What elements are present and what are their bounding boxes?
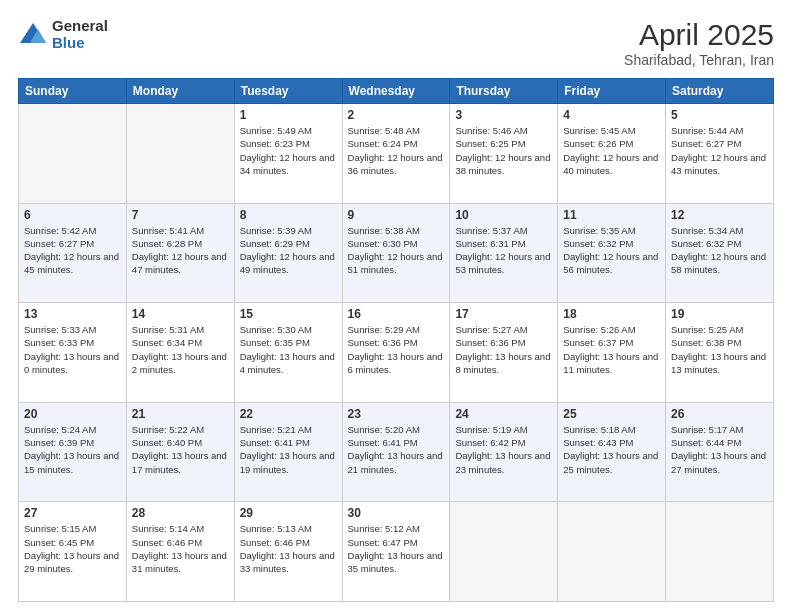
day-info: Sunrise: 5:12 AM Sunset: 6:47 PM Dayligh… bbox=[348, 522, 445, 575]
day-number: 1 bbox=[240, 108, 337, 122]
day-info: Sunrise: 5:30 AM Sunset: 6:35 PM Dayligh… bbox=[240, 323, 337, 376]
day-info: Sunrise: 5:25 AM Sunset: 6:38 PM Dayligh… bbox=[671, 323, 768, 376]
calendar-title: April 2025 bbox=[624, 18, 774, 52]
col-sunday: Sunday bbox=[19, 79, 127, 104]
table-row bbox=[558, 502, 666, 602]
table-row: 22Sunrise: 5:21 AM Sunset: 6:41 PM Dayli… bbox=[234, 402, 342, 502]
table-row bbox=[19, 104, 127, 204]
table-row: 6Sunrise: 5:42 AM Sunset: 6:27 PM Daylig… bbox=[19, 203, 127, 303]
calendar-header-row: Sunday Monday Tuesday Wednesday Thursday… bbox=[19, 79, 774, 104]
day-number: 15 bbox=[240, 307, 337, 321]
table-row: 4Sunrise: 5:45 AM Sunset: 6:26 PM Daylig… bbox=[558, 104, 666, 204]
table-row: 10Sunrise: 5:37 AM Sunset: 6:31 PM Dayli… bbox=[450, 203, 558, 303]
table-row: 9Sunrise: 5:38 AM Sunset: 6:30 PM Daylig… bbox=[342, 203, 450, 303]
day-number: 23 bbox=[348, 407, 445, 421]
table-row: 17Sunrise: 5:27 AM Sunset: 6:36 PM Dayli… bbox=[450, 303, 558, 403]
table-row: 12Sunrise: 5:34 AM Sunset: 6:32 PM Dayli… bbox=[666, 203, 774, 303]
table-row bbox=[666, 502, 774, 602]
day-number: 3 bbox=[455, 108, 552, 122]
day-info: Sunrise: 5:38 AM Sunset: 6:30 PM Dayligh… bbox=[348, 224, 445, 277]
day-info: Sunrise: 5:42 AM Sunset: 6:27 PM Dayligh… bbox=[24, 224, 121, 277]
day-number: 5 bbox=[671, 108, 768, 122]
day-number: 30 bbox=[348, 506, 445, 520]
table-row: 28Sunrise: 5:14 AM Sunset: 6:46 PM Dayli… bbox=[126, 502, 234, 602]
day-info: Sunrise: 5:41 AM Sunset: 6:28 PM Dayligh… bbox=[132, 224, 229, 277]
day-info: Sunrise: 5:14 AM Sunset: 6:46 PM Dayligh… bbox=[132, 522, 229, 575]
day-number: 9 bbox=[348, 208, 445, 222]
col-saturday: Saturday bbox=[666, 79, 774, 104]
day-number: 13 bbox=[24, 307, 121, 321]
logo-general-text: General bbox=[52, 18, 108, 35]
table-row: 27Sunrise: 5:15 AM Sunset: 6:45 PM Dayli… bbox=[19, 502, 127, 602]
table-row: 14Sunrise: 5:31 AM Sunset: 6:34 PM Dayli… bbox=[126, 303, 234, 403]
title-block: April 2025 Sharifabad, Tehran, Iran bbox=[624, 18, 774, 68]
day-number: 12 bbox=[671, 208, 768, 222]
day-number: 6 bbox=[24, 208, 121, 222]
page: General Blue April 2025 Sharifabad, Tehr… bbox=[0, 0, 792, 612]
table-row: 23Sunrise: 5:20 AM Sunset: 6:41 PM Dayli… bbox=[342, 402, 450, 502]
day-info: Sunrise: 5:29 AM Sunset: 6:36 PM Dayligh… bbox=[348, 323, 445, 376]
calendar-table: Sunday Monday Tuesday Wednesday Thursday… bbox=[18, 78, 774, 602]
calendar-subtitle: Sharifabad, Tehran, Iran bbox=[624, 52, 774, 68]
day-info: Sunrise: 5:19 AM Sunset: 6:42 PM Dayligh… bbox=[455, 423, 552, 476]
day-info: Sunrise: 5:24 AM Sunset: 6:39 PM Dayligh… bbox=[24, 423, 121, 476]
table-row: 19Sunrise: 5:25 AM Sunset: 6:38 PM Dayli… bbox=[666, 303, 774, 403]
day-info: Sunrise: 5:26 AM Sunset: 6:37 PM Dayligh… bbox=[563, 323, 660, 376]
col-thursday: Thursday bbox=[450, 79, 558, 104]
day-number: 25 bbox=[563, 407, 660, 421]
table-row: 21Sunrise: 5:22 AM Sunset: 6:40 PM Dayli… bbox=[126, 402, 234, 502]
day-number: 7 bbox=[132, 208, 229, 222]
calendar-row: 20Sunrise: 5:24 AM Sunset: 6:39 PM Dayli… bbox=[19, 402, 774, 502]
table-row: 3Sunrise: 5:46 AM Sunset: 6:25 PM Daylig… bbox=[450, 104, 558, 204]
day-number: 20 bbox=[24, 407, 121, 421]
day-info: Sunrise: 5:46 AM Sunset: 6:25 PM Dayligh… bbox=[455, 124, 552, 177]
day-info: Sunrise: 5:39 AM Sunset: 6:29 PM Dayligh… bbox=[240, 224, 337, 277]
day-info: Sunrise: 5:17 AM Sunset: 6:44 PM Dayligh… bbox=[671, 423, 768, 476]
day-info: Sunrise: 5:34 AM Sunset: 6:32 PM Dayligh… bbox=[671, 224, 768, 277]
day-info: Sunrise: 5:21 AM Sunset: 6:41 PM Dayligh… bbox=[240, 423, 337, 476]
day-number: 18 bbox=[563, 307, 660, 321]
day-info: Sunrise: 5:31 AM Sunset: 6:34 PM Dayligh… bbox=[132, 323, 229, 376]
table-row: 15Sunrise: 5:30 AM Sunset: 6:35 PM Dayli… bbox=[234, 303, 342, 403]
calendar-row: 6Sunrise: 5:42 AM Sunset: 6:27 PM Daylig… bbox=[19, 203, 774, 303]
table-row: 25Sunrise: 5:18 AM Sunset: 6:43 PM Dayli… bbox=[558, 402, 666, 502]
day-number: 17 bbox=[455, 307, 552, 321]
day-info: Sunrise: 5:15 AM Sunset: 6:45 PM Dayligh… bbox=[24, 522, 121, 575]
day-info: Sunrise: 5:20 AM Sunset: 6:41 PM Dayligh… bbox=[348, 423, 445, 476]
day-info: Sunrise: 5:37 AM Sunset: 6:31 PM Dayligh… bbox=[455, 224, 552, 277]
table-row: 2Sunrise: 5:48 AM Sunset: 6:24 PM Daylig… bbox=[342, 104, 450, 204]
day-number: 16 bbox=[348, 307, 445, 321]
table-row: 11Sunrise: 5:35 AM Sunset: 6:32 PM Dayli… bbox=[558, 203, 666, 303]
header: General Blue April 2025 Sharifabad, Tehr… bbox=[18, 18, 774, 68]
table-row: 26Sunrise: 5:17 AM Sunset: 6:44 PM Dayli… bbox=[666, 402, 774, 502]
table-row: 7Sunrise: 5:41 AM Sunset: 6:28 PM Daylig… bbox=[126, 203, 234, 303]
day-number: 4 bbox=[563, 108, 660, 122]
table-row: 29Sunrise: 5:13 AM Sunset: 6:46 PM Dayli… bbox=[234, 502, 342, 602]
table-row: 5Sunrise: 5:44 AM Sunset: 6:27 PM Daylig… bbox=[666, 104, 774, 204]
day-info: Sunrise: 5:35 AM Sunset: 6:32 PM Dayligh… bbox=[563, 224, 660, 277]
day-info: Sunrise: 5:48 AM Sunset: 6:24 PM Dayligh… bbox=[348, 124, 445, 177]
day-number: 14 bbox=[132, 307, 229, 321]
logo-blue-text: Blue bbox=[52, 35, 108, 52]
table-row: 16Sunrise: 5:29 AM Sunset: 6:36 PM Dayli… bbox=[342, 303, 450, 403]
day-number: 2 bbox=[348, 108, 445, 122]
day-number: 10 bbox=[455, 208, 552, 222]
day-info: Sunrise: 5:49 AM Sunset: 6:23 PM Dayligh… bbox=[240, 124, 337, 177]
day-number: 19 bbox=[671, 307, 768, 321]
table-row: 20Sunrise: 5:24 AM Sunset: 6:39 PM Dayli… bbox=[19, 402, 127, 502]
table-row: 24Sunrise: 5:19 AM Sunset: 6:42 PM Dayli… bbox=[450, 402, 558, 502]
day-info: Sunrise: 5:45 AM Sunset: 6:26 PM Dayligh… bbox=[563, 124, 660, 177]
col-monday: Monday bbox=[126, 79, 234, 104]
calendar-row: 1Sunrise: 5:49 AM Sunset: 6:23 PM Daylig… bbox=[19, 104, 774, 204]
day-info: Sunrise: 5:22 AM Sunset: 6:40 PM Dayligh… bbox=[132, 423, 229, 476]
table-row bbox=[450, 502, 558, 602]
day-number: 26 bbox=[671, 407, 768, 421]
day-number: 29 bbox=[240, 506, 337, 520]
day-info: Sunrise: 5:18 AM Sunset: 6:43 PM Dayligh… bbox=[563, 423, 660, 476]
day-info: Sunrise: 5:44 AM Sunset: 6:27 PM Dayligh… bbox=[671, 124, 768, 177]
day-info: Sunrise: 5:27 AM Sunset: 6:36 PM Dayligh… bbox=[455, 323, 552, 376]
table-row: 1Sunrise: 5:49 AM Sunset: 6:23 PM Daylig… bbox=[234, 104, 342, 204]
day-number: 22 bbox=[240, 407, 337, 421]
table-row: 18Sunrise: 5:26 AM Sunset: 6:37 PM Dayli… bbox=[558, 303, 666, 403]
col-tuesday: Tuesday bbox=[234, 79, 342, 104]
